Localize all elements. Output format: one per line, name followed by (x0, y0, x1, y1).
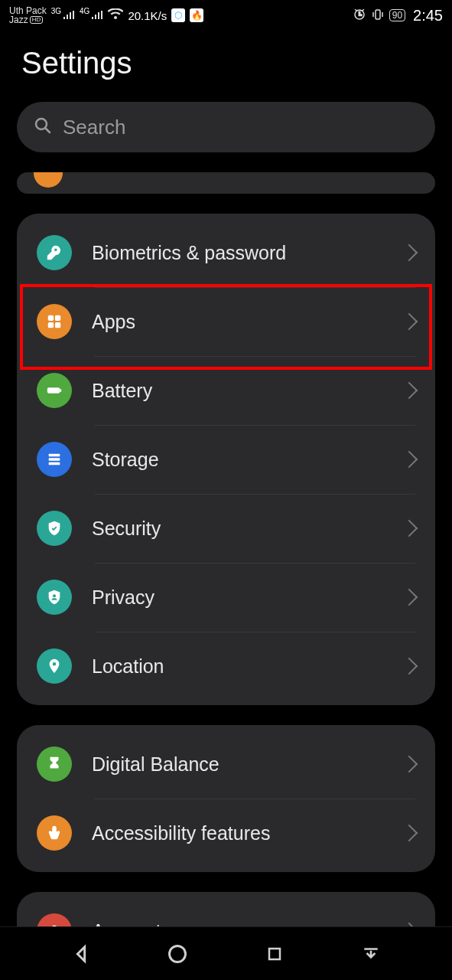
chevron-right-icon (401, 756, 418, 773)
chevron-right-icon (401, 825, 418, 842)
chevron-right-icon (401, 382, 418, 400)
svg-rect-10 (49, 462, 60, 466)
svg-rect-3 (55, 315, 60, 321)
nav-recents-button[interactable] (259, 939, 290, 969)
svg-rect-6 (47, 387, 60, 393)
row-label: Security (92, 518, 383, 540)
search-icon (34, 116, 52, 138)
hourglass-icon (37, 746, 72, 782)
settings-group-1: Biometrics & password Apps Battery Stora… (17, 214, 435, 705)
svg-rect-8 (49, 454, 60, 457)
page-title: Settings (0, 31, 452, 102)
status-bar: Uth Pack Jazz HD 3G 4G 20.1K/s ⬡ 🔥 90 (0, 0, 452, 31)
row-biometrics[interactable]: Biometrics & password (17, 218, 435, 287)
row-security[interactable]: Security (17, 494, 435, 563)
svg-rect-5 (55, 322, 60, 328)
row-privacy[interactable]: Privacy (17, 563, 435, 632)
row-label: Storage (92, 449, 383, 471)
privacy-shield-icon (37, 580, 72, 615)
system-nav-bar (0, 926, 452, 980)
shield-check-icon (37, 511, 72, 546)
settings-content: Biometrics & password Apps Battery Stora… (0, 102, 452, 952)
row-label: Battery (92, 380, 383, 402)
chevron-right-icon (401, 451, 418, 469)
app-notif-flame-icon: 🔥 (190, 8, 203, 22)
nav-dropdown-button[interactable] (356, 939, 386, 969)
row-accessibility[interactable]: Accessibility features (17, 799, 435, 867)
carrier-bottom: Jazz (9, 15, 28, 24)
row-storage[interactable]: Storage (17, 425, 435, 494)
status-left: Uth Pack Jazz HD 3G 4G 20.1K/s ⬡ 🔥 (9, 6, 203, 24)
battery-icon: 90 (389, 9, 405, 21)
signal-3g-icon: 3G (51, 11, 75, 20)
row-label: Apps (92, 311, 383, 333)
row-battery[interactable]: Battery (17, 356, 435, 425)
svg-rect-2 (48, 315, 54, 321)
network-speed: 20.1K/s (128, 9, 167, 22)
chevron-right-icon (401, 313, 418, 331)
hand-icon (37, 815, 72, 851)
wifi-icon (108, 8, 123, 23)
svg-rect-0 (376, 10, 380, 19)
hd-badge: HD (30, 16, 44, 24)
battery-icon (37, 373, 72, 408)
signal-4g-icon: 4G (80, 11, 103, 20)
row-label: Accessibility features (92, 822, 383, 844)
clock-time: 2:45 (413, 7, 443, 24)
settings-group-2: Digital Balance Accessibility features (17, 725, 435, 872)
svg-rect-4 (48, 322, 54, 328)
row-digital-balance[interactable]: Digital Balance (17, 730, 435, 799)
search-input[interactable] (63, 116, 418, 139)
vibrate-icon (371, 8, 385, 24)
partial-card-top (17, 172, 435, 194)
status-right: 90 2:45 (353, 7, 443, 24)
chevron-right-icon (401, 658, 418, 675)
svg-rect-7 (60, 389, 61, 392)
row-label: Location (92, 655, 383, 678)
svg-rect-9 (49, 458, 60, 461)
carrier-info: Uth Pack Jazz HD (9, 6, 47, 24)
key-icon (37, 235, 72, 270)
chevron-right-icon (401, 520, 418, 537)
svg-point-13 (170, 946, 186, 962)
chevron-right-icon (401, 244, 418, 262)
row-label: Digital Balance (92, 753, 383, 776)
row-location[interactable]: Location (17, 632, 435, 701)
row-apps[interactable]: Apps (17, 287, 435, 356)
svg-rect-14 (269, 949, 280, 959)
svg-point-11 (53, 594, 56, 597)
chevron-right-icon (401, 589, 418, 606)
grid-icon (37, 304, 72, 339)
search-bar[interactable] (17, 102, 435, 152)
row-label: Privacy (92, 586, 383, 609)
row-label: Biometrics & password (92, 242, 383, 264)
nav-back-button[interactable] (66, 939, 96, 969)
partial-orange-icon (34, 172, 63, 188)
location-pin-icon (37, 648, 72, 684)
alarm-icon (353, 8, 366, 24)
nav-home-button[interactable] (162, 939, 193, 969)
stack-icon (37, 442, 72, 477)
app-notif-shield-icon: ⬡ (171, 8, 185, 22)
